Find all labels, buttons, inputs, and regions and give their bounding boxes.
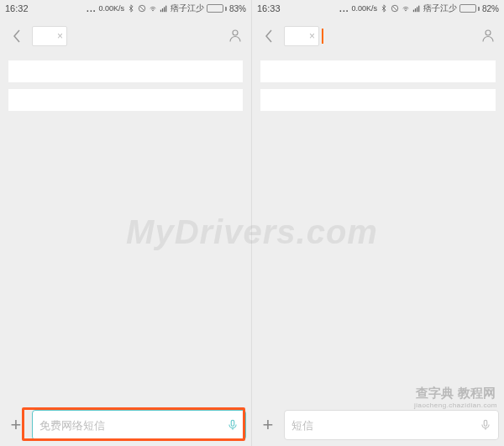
plus-icon: + xyxy=(11,414,22,436)
mic-button[interactable] xyxy=(480,417,491,433)
back-button[interactable] xyxy=(7,26,27,46)
bluetooth-icon xyxy=(380,4,388,13)
svg-point-9 xyxy=(406,10,407,11)
svg-point-6 xyxy=(233,30,238,35)
list-item[interactable] xyxy=(8,89,243,111)
status-dots-icon: ... xyxy=(87,4,96,13)
svg-rect-2 xyxy=(160,10,161,13)
plus-icon: + xyxy=(263,414,274,436)
recipient-chip[interactable]: × xyxy=(32,26,67,46)
header: × xyxy=(252,17,504,55)
svg-rect-4 xyxy=(164,7,165,12)
dnd-icon xyxy=(391,4,399,13)
clear-icon[interactable]: × xyxy=(309,31,315,41)
status-time: 16:32 xyxy=(5,3,29,13)
svg-rect-7 xyxy=(231,420,234,426)
battery-icon xyxy=(459,4,480,13)
svg-rect-5 xyxy=(165,6,166,13)
phone-right: 16:33 ... 0.00K/s 痞子江少 xyxy=(252,0,504,446)
svg-rect-13 xyxy=(418,6,419,13)
message-input-wrapper[interactable] xyxy=(284,410,499,440)
svg-rect-10 xyxy=(413,10,414,13)
svg-rect-11 xyxy=(415,8,416,12)
dnd-icon xyxy=(138,4,146,13)
status-speed: 0.00K/s xyxy=(98,4,124,13)
status-carrier: 痞子江少 xyxy=(171,3,204,14)
text-cursor xyxy=(322,29,323,44)
list-item[interactable] xyxy=(8,60,243,82)
message-list xyxy=(252,55,504,404)
wifi-icon xyxy=(149,4,157,13)
signal-icon xyxy=(160,4,168,13)
recipient-chip[interactable]: × xyxy=(284,26,319,46)
status-bar: 16:33 ... 0.00K/s 痞子江少 xyxy=(252,0,504,17)
battery-icon xyxy=(207,4,227,13)
status-speed: 0.00K/s xyxy=(351,4,377,13)
back-button[interactable] xyxy=(259,26,279,46)
message-list xyxy=(0,55,251,404)
status-bar: 16:32 ... 0.00K/s 痞子江少 xyxy=(0,0,251,17)
status-carrier: 痞子江少 xyxy=(423,3,457,14)
contact-button[interactable] xyxy=(228,27,243,47)
phone-left: 16:32 ... 0.00K/s 痞子江少 xyxy=(0,0,252,446)
list-item[interactable] xyxy=(260,89,496,111)
signal-icon xyxy=(412,4,421,13)
battery-percent: 83% xyxy=(229,4,246,13)
compose-bar: + xyxy=(0,404,251,446)
message-input[interactable] xyxy=(39,419,227,432)
attach-button[interactable]: + xyxy=(257,414,279,436)
attach-button[interactable]: + xyxy=(5,414,27,436)
bluetooth-icon xyxy=(127,4,135,13)
list-item[interactable] xyxy=(260,60,496,82)
svg-rect-3 xyxy=(162,8,163,12)
status-time: 16:33 xyxy=(257,3,281,13)
header: × xyxy=(0,17,251,55)
svg-point-1 xyxy=(153,10,154,11)
svg-point-14 xyxy=(486,30,491,35)
message-input[interactable] xyxy=(291,419,480,432)
svg-rect-15 xyxy=(484,420,487,426)
compose-bar: + xyxy=(252,404,504,446)
battery-percent: 82% xyxy=(482,4,499,13)
message-input-wrapper[interactable] xyxy=(32,410,246,440)
contact-button[interactable] xyxy=(480,27,496,47)
status-dots-icon: ... xyxy=(339,4,349,13)
clear-icon[interactable]: × xyxy=(57,31,63,41)
mic-button[interactable] xyxy=(227,417,239,433)
wifi-icon xyxy=(402,4,410,13)
svg-rect-12 xyxy=(417,7,417,12)
